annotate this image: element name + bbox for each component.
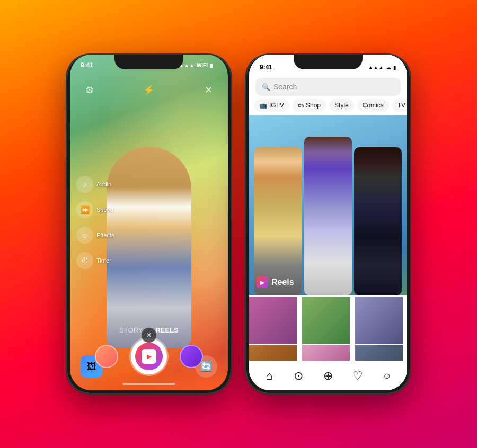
thumb-3[interactable] [355, 297, 403, 344]
style-label: Style [334, 102, 349, 109]
notch-right [299, 55, 357, 69]
audio-label: Audio [96, 181, 111, 187]
igtv-label: IGTV [269, 102, 284, 109]
right-side-button [231, 118, 231, 150]
shop-tab[interactable]: 🛍 Shop [293, 99, 326, 112]
speed-tool[interactable]: ⏩ Speed [76, 201, 114, 218]
search-icon: 🔍 [262, 83, 270, 91]
person-1 [254, 147, 302, 295]
explore-content: ▶ Reels [249, 115, 407, 361]
reels-icon: ▶ [257, 276, 268, 288]
volume-down-button [67, 163, 67, 190]
comics-label: Comics [363, 102, 384, 109]
left-status-icons: ▲▲▲ WiFi ▮ [179, 62, 213, 68]
search-bar[interactable]: 🔍 Search [255, 78, 401, 96]
delete-filter-button[interactable]: ✕ [142, 328, 156, 343]
camera-top-controls: ⚙ ⚡ ✕ [70, 81, 228, 99]
capture-row: ▶ [70, 338, 228, 374]
flash-icon[interactable]: ⚡ [140, 81, 158, 99]
tvmovie-tab[interactable]: TV & Movie [392, 99, 407, 112]
tvmovie-label: TV & Movie [398, 102, 407, 109]
left-home-indicator [122, 383, 175, 385]
explore-tabs: 📺 IGTV 🛍 Shop Style Comics TV & Movie [249, 99, 407, 115]
right-status-icons: ▲▲▲ ☁ ▮ [368, 65, 396, 70]
shop-label: Shop [306, 102, 321, 109]
thumb-4[interactable] [249, 345, 297, 361]
mute-button [67, 107, 67, 123]
right-time: 9:41 [260, 64, 272, 71]
bottom-nav: ⌂ ⊙ ⊕ ♡ ○ [249, 361, 407, 390]
wifi-icon: WiFi [197, 62, 208, 68]
close-icon[interactable]: ✕ [199, 81, 217, 99]
wifi-icon-right: ☁ [386, 65, 391, 70]
phones-container: 9:41 ▲▲▲ WiFi ▮ ⚙ ⚡ ✕ ♪ Audio [67, 55, 410, 393]
notch [120, 55, 178, 69]
hero-people [249, 115, 407, 295]
effects-label: Effects [96, 232, 114, 238]
timer-label: Timer [96, 257, 111, 264]
timer-tool[interactable]: ⏱ Timer [76, 252, 114, 269]
capture-inner: ▶ [135, 343, 163, 370]
thumb-2[interactable] [302, 297, 350, 344]
filter-dot-2[interactable] [180, 345, 203, 368]
thumb-6[interactable] [355, 345, 403, 361]
settings-icon[interactable]: ⚙ [81, 81, 99, 99]
signal-bars-icon: ▲▲▲ [368, 65, 384, 70]
right-home-indicator [302, 383, 355, 385]
speed-icon: ⏩ [76, 201, 93, 218]
reels-label: ▶ Reels [257, 276, 294, 288]
hero-reel[interactable]: ▶ Reels [249, 115, 407, 295]
comics-tab[interactable]: Comics [357, 99, 389, 112]
search-placeholder: Search [273, 83, 297, 91]
effects-icon: ☺ [76, 227, 93, 244]
style-tab[interactable]: Style [329, 99, 354, 112]
reels-text: Reels [271, 277, 294, 287]
volume-up-button [67, 131, 67, 158]
audio-icon: ♪ [76, 176, 93, 193]
left-time: 9:41 [81, 61, 93, 69]
home-nav-button[interactable]: ⌂ [258, 364, 281, 388]
profile-nav-button[interactable]: ○ [375, 364, 399, 388]
shop-icon: 🛍 [298, 102, 304, 109]
thumb-1[interactable] [249, 297, 297, 344]
timer-icon: ⏱ [76, 252, 93, 269]
reels-capture-icon: ▶ [142, 349, 156, 364]
reels-mode[interactable]: REELS [155, 326, 178, 334]
capture-button[interactable]: ▶ [131, 338, 167, 374]
camera-tools: ♪ Audio ⏩ Speed ☺ Effects ⏱ Timer [76, 176, 114, 269]
battery-icon-right: ▮ [393, 65, 396, 70]
right-phone: 9:41 ▲▲▲ ☁ ▮ 🔍 Search 📺 IGTV [246, 55, 410, 393]
filter-dot-1[interactable] [95, 345, 118, 368]
igtv-icon: 📺 [260, 102, 267, 109]
igtv-tab[interactable]: 📺 IGTV [254, 99, 289, 112]
right-side-button-2 [410, 118, 410, 150]
effects-tool[interactable]: ☺ Effects [76, 227, 114, 244]
explore-screen: 9:41 ▲▲▲ ☁ ▮ 🔍 Search 📺 IGTV [249, 55, 407, 390]
battery-icon: ▮ [210, 62, 213, 68]
story-mode[interactable]: STORY [119, 326, 143, 334]
volume-up-button-2 [246, 131, 246, 158]
right-phone-screen: 9:41 ▲▲▲ ☁ ▮ 🔍 Search 📺 IGTV [249, 55, 407, 390]
left-phone: 9:41 ▲▲▲ WiFi ▮ ⚙ ⚡ ✕ ♪ Audio [67, 55, 231, 393]
thumb-5[interactable] [302, 345, 350, 361]
thumbnail-grid [249, 295, 407, 361]
left-phone-screen: 9:41 ▲▲▲ WiFi ▮ ⚙ ⚡ ✕ ♪ Audio [70, 55, 228, 390]
mute-button-2 [246, 107, 246, 123]
volume-down-button-2 [246, 163, 246, 190]
audio-tool[interactable]: ♪ Audio [76, 176, 114, 193]
speed-label: Speed [96, 207, 113, 213]
person-in-camera [107, 147, 191, 348]
person-3 [354, 147, 402, 295]
signal-icon: ▲▲▲ [179, 62, 195, 68]
person-2 [304, 137, 352, 295]
